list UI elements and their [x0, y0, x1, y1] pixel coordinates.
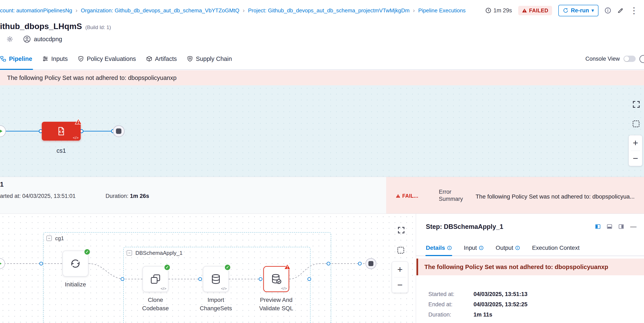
stage-duration-label: Duration:: [106, 193, 128, 199]
layout-left-pane-icon[interactable]: [595, 224, 600, 229]
tab-execution-context-label: Execution Context: [532, 244, 580, 251]
step-label-initialize: Initialize: [57, 280, 94, 289]
fullscreen-icon[interactable]: [398, 226, 405, 234]
warning-icon: [396, 194, 400, 198]
breadcrumb-project[interactable]: Project: Github_db_devops_aut_db_schema_…: [248, 7, 410, 14]
chevron-right-icon: ›: [76, 8, 77, 14]
info-icon: [479, 246, 484, 250]
code-file-icon: [56, 126, 66, 136]
step-node-preview-validate-sql[interactable]: </>: [263, 266, 289, 292]
field-label: Duration:: [428, 311, 474, 318]
tab-pipeline-label: Pipeline: [9, 56, 32, 62]
success-check-icon: ✓: [164, 264, 170, 271]
info-icon: [515, 246, 520, 250]
info-icon[interactable]: [605, 7, 611, 14]
minimize-panel-icon[interactable]: —: [630, 223, 636, 230]
settings-circle-icon[interactable]: [640, 55, 644, 63]
tab-policy-evaluations[interactable]: Policy Evaluations: [78, 48, 136, 70]
field-value: 04/03/2025, 13:52:25: [474, 301, 528, 308]
policy-violation-banner-text: The following Policy Set was not adhered…: [7, 75, 176, 81]
stage-started-at: arted at: 04/03/2025, 13:51:01: [0, 193, 76, 199]
refresh-icon: [563, 8, 568, 13]
layout-bottom-pane-icon[interactable]: [607, 224, 612, 229]
breadcrumb: count: automationPipelinesNg › Organizat…: [0, 7, 466, 14]
page-header: ithub_dbops_LHqmS (Build Id: 1): [0, 22, 111, 31]
code-icon: </>: [281, 286, 287, 291]
marquee-select-icon[interactable]: [633, 121, 640, 127]
panel-layout-controls: —: [595, 223, 636, 230]
breadcrumb-account[interactable]: count: automationPipelinesNg: [0, 7, 72, 14]
gear-icon[interactable]: [6, 36, 13, 43]
kebab-menu-icon[interactable]: ⋮: [630, 6, 638, 15]
stage-end-node[interactable]: [366, 258, 376, 269]
zoom-in-button[interactable]: +: [392, 262, 408, 277]
step-error-banner: The following Policy Set was not adhered…: [416, 258, 644, 275]
tab-details[interactable]: Details: [426, 240, 452, 256]
policy-violation-banner: The following Policy Set was not adhered…: [0, 70, 644, 85]
step-node-import-changesets[interactable]: </> ✓: [203, 266, 229, 292]
tab-inputs-label: Inputs: [51, 56, 68, 62]
step-details-panel: Step: DBSchemaApply_1 — D: [416, 214, 644, 323]
tab-artifacts[interactable]: Artifacts: [146, 48, 177, 70]
stage-error-summary: FAIL... Error Summary The following Poli…: [386, 177, 644, 214]
stage-duration-value: 1m 26s: [130, 193, 149, 199]
topbar-actions: 1m 29s FAILED Re-run ▾: [485, 0, 638, 21]
stage-node-cs1[interactable]: </>: [42, 122, 81, 141]
stage-fail-label: FAIL...: [402, 193, 418, 199]
sync-icon: [70, 258, 81, 269]
step-node-clone-codebase[interactable]: </> ✓: [142, 266, 168, 292]
stop-icon: [368, 261, 374, 266]
rerun-button[interactable]: Re-run ▾: [558, 5, 598, 16]
database-icon: [210, 273, 222, 285]
stage-summary-bar: 1 arted at: 04/03/2025, 13:51:01 Duratio…: [0, 177, 644, 214]
step-error-text: The following Policy Set was not adhered…: [424, 264, 608, 270]
play-icon: [0, 262, 2, 265]
pipeline-end-node[interactable]: [113, 125, 124, 137]
tab-pipeline[interactable]: Pipeline: [0, 48, 32, 70]
error-summary-label: Error Summary: [439, 188, 470, 202]
success-check-icon: ✓: [84, 248, 90, 255]
rerun-button-label: Re-run: [571, 7, 589, 14]
tab-supply-chain[interactable]: Supply Chain: [187, 48, 232, 70]
user-avatar-icon: [23, 35, 31, 43]
error-warning-icon: [284, 264, 291, 270]
stage-name: 1: [0, 181, 4, 188]
tab-input[interactable]: Input: [464, 240, 484, 256]
tab-output-label: Output: [496, 244, 513, 251]
field-value: 04/03/2025, 13:51:13: [474, 291, 528, 298]
marquee-select-icon[interactable]: [398, 247, 404, 253]
zoom-in-button[interactable]: +: [629, 135, 642, 151]
breadcrumb-organization[interactable]: Organization: Github_db_devops_aut_db_sc…: [81, 7, 240, 14]
error-summary-message: The following Policy Set was not adhered…: [476, 193, 644, 200]
step-detail-fields: Started at: 04/03/2025, 13:51:13 Ended a…: [428, 291, 636, 321]
layout-right-pane-icon[interactable]: [618, 224, 624, 229]
build-id: (Build Id: 1): [85, 25, 111, 30]
field-row-duration: Duration: 1m 11s: [428, 311, 636, 318]
chevron-right-icon: ›: [243, 8, 245, 14]
edit-pencil-icon[interactable]: [617, 7, 624, 14]
user-name: autocdpng: [34, 36, 62, 43]
zoom-out-button[interactable]: −: [392, 277, 408, 293]
meta-row: autocdpng: [6, 35, 62, 43]
step-node-initialize[interactable]: ✓: [62, 251, 88, 276]
pipeline-icon: [0, 56, 6, 62]
box-icon: [146, 56, 152, 62]
tab-output[interactable]: Output: [496, 240, 520, 256]
tab-execution-context[interactable]: Execution Context: [532, 240, 580, 256]
stop-icon: [116, 128, 122, 134]
stage-node-label: cs1: [42, 147, 81, 154]
console-view-control: Console View: [585, 48, 636, 70]
breadcrumb-pipeline-executions[interactable]: Pipeline Executions: [418, 7, 466, 14]
stage-fail-chip: FAIL...: [396, 193, 418, 199]
zoom-controls: + −: [628, 135, 642, 166]
field-label: Started at:: [428, 291, 474, 298]
shield-icon: [187, 56, 193, 62]
zoom-out-button[interactable]: −: [629, 151, 642, 166]
tab-supply-chain-label: Supply Chain: [196, 56, 232, 62]
database-check-icon: [270, 273, 282, 285]
tab-inputs[interactable]: Inputs: [42, 48, 68, 70]
fullscreen-icon[interactable]: [632, 100, 640, 108]
console-view-toggle[interactable]: [624, 56, 636, 62]
tab-artifacts-label: Artifacts: [155, 56, 177, 62]
page-title: ithub_dbops_LHqmS: [0, 22, 82, 31]
